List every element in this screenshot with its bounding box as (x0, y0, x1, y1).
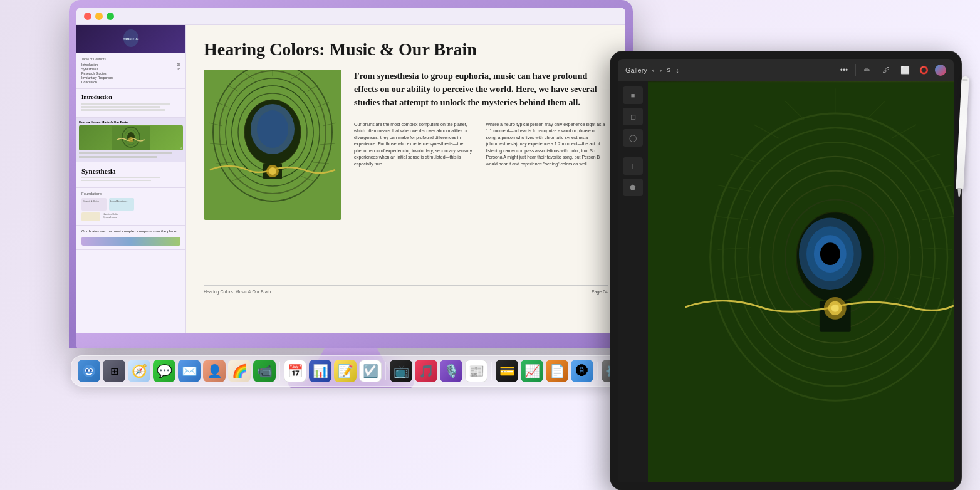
dock-icon-launchpad[interactable]: ⊞ (103, 360, 125, 382)
ipad-panel-btn-1[interactable]: ■ (623, 86, 643, 104)
ipad-panel-btn-3[interactable]: ◯ (623, 129, 643, 147)
document-col2: Where a neuro-typical person may only ex… (486, 122, 608, 168)
ipad-left-panel: ■ ◻ ◯ T ⬟ (618, 81, 648, 482)
close-button[interactable] (84, 13, 91, 20)
document-col1: Our brains are the most complex computer… (354, 122, 476, 168)
hearing-thumb-title: Hearing Colors: Music & Our Brain (79, 120, 183, 123)
dock-icon-music[interactable]: 🎵 (415, 360, 437, 382)
document-image-column (204, 70, 341, 283)
gallery-button[interactable]: Gallery (625, 66, 647, 74)
ipad-tool-lasso[interactable]: ⭕ (916, 63, 931, 78)
dock-icon-finder[interactable] (78, 360, 100, 382)
dock-icon-safari[interactable]: 🧭 (128, 360, 150, 382)
document-title: Hearing Colors: Music & Our Brain (204, 40, 608, 60)
ipad-nav-forward[interactable]: › (660, 66, 662, 74)
dock-icon-reminders[interactable]: ☑️ (359, 360, 382, 382)
dock: ⊞ 🧭 💬 ✉️ 👤 🌈 📹 📅 (71, 355, 631, 387)
ipad-tool-eraser[interactable]: ⬜ (897, 63, 912, 78)
svg-point-37 (90, 369, 92, 372)
svg-point-5 (128, 137, 133, 142)
toc-content: Table of Contents Introduction03 Synesth… (76, 53, 185, 88)
footer-right: Page 04 (592, 289, 608, 294)
document-sidebar: Music & Table of Contents Introduction03… (76, 25, 186, 333)
document-footer: Hearing Colors: Music & Our Brain Page 0… (204, 285, 608, 298)
minimize-button[interactable] (95, 13, 103, 20)
app-content: Music & Table of Contents Introduction03… (76, 25, 625, 333)
imac-menubar (76, 8, 625, 25)
document-text-column: From synesthesia to group euphoria, musi… (354, 70, 608, 283)
sidebar-thumb-brain[interactable]: Our brains are the most complex computer… (76, 226, 185, 250)
svg-point-32 (269, 167, 276, 175)
ipad-toolbar-left: Gallery ‹ › S ↕ (625, 66, 831, 74)
document-body: From synesthesia to group euphoria, musi… (204, 70, 608, 283)
ipad-panel-btn-2[interactable]: ◻ (623, 108, 643, 125)
ipad-tool-expand[interactable]: ↕ (675, 66, 679, 74)
ipad-panel-btn-5[interactable]: ⬟ (623, 179, 643, 196)
ipad-toolbar: Gallery ‹ › S ↕ ••• ✏ 🖊 ⬜ ⭕ (618, 59, 954, 81)
svg-point-50 (820, 242, 840, 265)
imac-display: Music & Table of Contents Introduction03… (50, 0, 652, 490)
ipad-tool-marker[interactable]: 🖊 (878, 63, 894, 78)
footer-left: Hearing Colors: Music & Our Brain (204, 289, 271, 294)
dock-icon-messages[interactable]: 💬 (153, 360, 175, 382)
ipad-tool-color[interactable] (935, 65, 946, 76)
ipad-screen: ■ ◻ ◯ T ⬟ (618, 81, 954, 482)
sidebar-thumb-research[interactable]: Foundations Sound & Color Local Emotions… (76, 188, 185, 226)
document-main-image (204, 70, 341, 220)
svg-rect-38 (648, 82, 954, 481)
dock-icon-photos[interactable]: 🌈 (228, 360, 251, 382)
imac-screen-wrapper: Music & Table of Contents Introduction03… (69, 0, 633, 348)
imac-screen: Music & Table of Contents Introduction03… (76, 8, 625, 333)
dock-wrapper: ⊞ 🧭 💬 ✉️ 👤 🌈 📹 📅 (81, 355, 620, 387)
dock-separator-3 (491, 362, 492, 380)
ipad-tool-pen[interactable]: ✏ (860, 63, 875, 78)
intro-title: Introduction (81, 94, 180, 100)
synesthesia-title: Synesthesia (81, 167, 180, 175)
dock-icon-mail[interactable]: ✉️ (178, 360, 201, 382)
sidebar-thumb-cover[interactable]: Music & Table of Contents Introduction03… (76, 25, 185, 89)
dock-separator-4 (597, 362, 598, 380)
dock-icon-wallet[interactable]: 💳 (496, 360, 518, 382)
ipad-toolbar-right: ••• ✏ 🖊 ⬜ ⭕ (837, 63, 946, 78)
dock-icon-facetime[interactable]: 📹 (253, 360, 276, 382)
sidebar-thumb-synesthesia[interactable]: Synesthesia (76, 162, 185, 188)
ipad-nav-back[interactable]: ‹ (652, 66, 655, 74)
dock-icon-calendar[interactable]: 📅 (284, 360, 306, 382)
dock-icon-contacts[interactable]: 👤 (203, 360, 226, 382)
dock-icon-numbers[interactable]: 📈 (521, 360, 543, 382)
dock-icon-keynote[interactable]: 📊 (309, 360, 331, 382)
document-lead-text: From synesthesia to group euphoria, musi… (354, 70, 608, 109)
imac-chin (76, 333, 640, 348)
svg-point-70 (831, 305, 839, 312)
dock-icon-podcasts[interactable]: 🎙️ (440, 360, 462, 382)
hearing-thumb-image: 3 (79, 125, 183, 150)
ipad-tool-s[interactable]: S (667, 67, 670, 73)
svg-point-33 (83, 365, 95, 377)
ipad-more-button[interactable]: ••• (837, 63, 852, 78)
ipad-panel-btn-4[interactable]: T (623, 157, 643, 175)
ipad-canvas[interactable] (648, 81, 954, 482)
dock-icon-appletv[interactable]: 📺 (390, 360, 412, 382)
svg-point-36 (86, 369, 88, 372)
sidebar-thumb-hearing[interactable]: Hearing Colors: Music & Our Brain (76, 118, 185, 162)
dock-separator-2 (385, 362, 386, 380)
svg-point-14 (257, 110, 288, 148)
document-columns: Our brains are the most complex computer… (354, 122, 608, 168)
dock-icon-appstore[interactable]: 🅐 (571, 360, 593, 382)
dock-icon-pages[interactable]: 📄 (546, 360, 568, 382)
ipad-body: Gallery ‹ › S ↕ ••• ✏ 🖊 ⬜ ⭕ ■ ◻ ◯ (610, 51, 961, 490)
document-page: Hearing Colors: Music & Our Brain (186, 25, 625, 333)
dock-icon-notes[interactable]: 📝 (334, 360, 357, 382)
dock-icon-news[interactable]: 📰 (465, 360, 487, 382)
ipad-device: Gallery ‹ › S ↕ ••• ✏ 🖊 ⬜ ⭕ ■ ◻ ◯ (610, 51, 961, 490)
sidebar-thumb-intro[interactable]: Introduction (76, 89, 185, 118)
dock-separator-1 (279, 362, 280, 380)
document-area: Hearing Colors: Music & Our Brain (186, 25, 625, 333)
svg-point-0 (123, 29, 138, 47)
brain-text: Our brains are the most complex computer… (81, 229, 180, 234)
maximize-button[interactable] (107, 13, 114, 20)
